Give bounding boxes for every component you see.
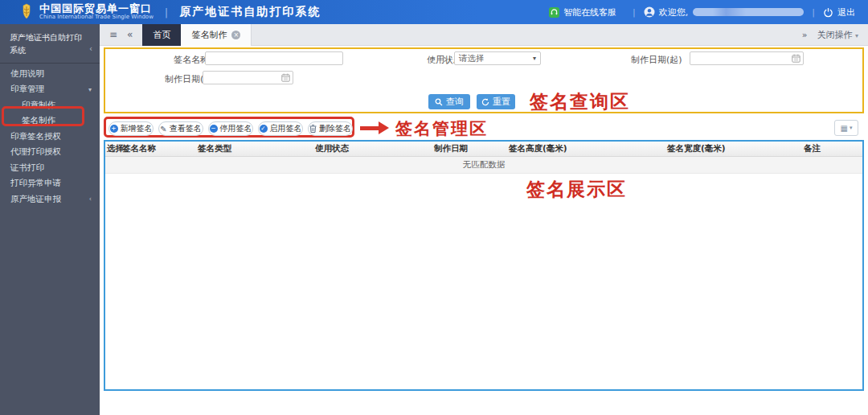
sidebar-item-usage-notes[interactable]: 使用说明: [0, 66, 100, 82]
brand-subtitle: China International Trade Single Window: [39, 14, 154, 21]
logout-button[interactable]: 退出: [837, 6, 855, 18]
date-from-label: 制作日期(起): [631, 54, 682, 66]
table-empty-row: 无匹配数据: [105, 157, 862, 174]
column-header-status: 使用状态: [313, 143, 432, 154]
sidebar-title[interactable]: 原产地证书自助打印系统 ‹: [0, 24, 100, 64]
view-signature-button[interactable]: ✎ 查看签名: [158, 121, 203, 136]
brand-text: 中国国际贸易单一窗口 China International Trade Sin…: [39, 3, 154, 21]
user-avatar-icon: [644, 6, 655, 18]
chevron-down-icon: ▾: [850, 125, 853, 131]
reset-button[interactable]: 重置: [477, 94, 515, 109]
column-header-name: 签名名称: [121, 143, 196, 154]
sidebar-item-seal-making[interactable]: 印章制作: [0, 97, 100, 113]
delete-signature-button[interactable]: 删除签名: [308, 121, 353, 136]
sidebar-nav: 原产地证书自助打印系统 ‹ 使用说明 印章管理 ▾ 印章制作 签名制作 印章签名…: [0, 24, 100, 415]
chevron-left-icon[interactable]: ‹: [89, 43, 92, 55]
usage-status-select[interactable]: 请选择 ▾: [454, 51, 541, 65]
tab-signature-making[interactable]: 签名制作 ×: [181, 24, 252, 46]
column-selector-button[interactable]: ▦ ▾: [834, 120, 858, 136]
username-redacted: [693, 8, 804, 16]
welcome-label: 欢迎您,: [659, 6, 689, 18]
annotation-display-area: 签名展示区: [526, 177, 627, 202]
column-header-width: 签名宽度(毫米): [665, 143, 802, 154]
signature-name-input[interactable]: [205, 51, 343, 65]
column-header-type: 签名类型: [196, 143, 313, 154]
column-header-select: 选择: [105, 143, 121, 154]
date-from-input[interactable]: [690, 51, 804, 65]
app-window: 中国国际贸易单一窗口 China International Trade Sin…: [0, 0, 868, 415]
trash-icon: [309, 125, 317, 133]
top-header-bar: 中国国际贸易单一窗口 China International Trade Sin…: [0, 0, 868, 24]
header-right-cluster: 智能在线客服 | 欢迎您, | 退出: [549, 6, 860, 18]
signature-display-area: 选择 签名名称 签名类型 使用状态 制作日期 签名高度(毫米) 签名宽度(毫米)…: [104, 140, 864, 391]
calendar-icon[interactable]: [792, 54, 800, 63]
pencil-icon: ✎: [160, 125, 166, 134]
tab-home[interactable]: 首页: [142, 24, 181, 46]
reset-icon: [481, 98, 489, 106]
chevron-down-icon: ▾: [855, 32, 858, 39]
header-right-divider-1: |: [633, 7, 636, 18]
no-data-text: 无匹配数据: [463, 159, 506, 171]
tab-bar-right: » 关闭操作 ▾: [802, 29, 858, 41]
sidebar-menu: 使用说明 印章管理 ▾ 印章制作 签名制作 印章签名授权 代理打印授权 证书打印: [0, 64, 100, 208]
sidebar-item-signature-making[interactable]: 签名制作: [0, 113, 100, 129]
search-button[interactable]: 查询: [428, 94, 470, 109]
chevron-left-icon: ‹: [89, 195, 92, 203]
annotation-arrow: [360, 126, 379, 130]
sidebar-item-print-exception[interactable]: 打印异常申请: [0, 176, 100, 192]
online-service-label[interactable]: 智能在线客服: [563, 6, 616, 18]
brand-logo-block: 中国国际贸易单一窗口 China International Trade Sin…: [19, 3, 154, 21]
main-content: ≡ « 首页 签名制作 × » 关闭操作 ▾ 签名名称: [100, 24, 868, 415]
column-header-date: 制作日期: [432, 143, 507, 154]
select-caret-icon: ▾: [533, 55, 536, 62]
calendar-icon[interactable]: [281, 73, 290, 82]
single-window-emblem-icon: [19, 3, 34, 21]
workspace: 签名名称 使用状态 请选择 ▾ 制作日期(起): [100, 46, 868, 415]
online-service-icon[interactable]: [549, 7, 559, 18]
close-operations-dropdown[interactable]: 关闭操作 ▾: [817, 29, 858, 41]
power-icon[interactable]: [823, 7, 833, 18]
annotation-query-area: 签名查询区: [530, 89, 630, 114]
date-to-input[interactable]: [203, 71, 293, 84]
annotation-toolbar-area: 签名管理区: [395, 117, 488, 140]
scroll-tabs-right-icon[interactable]: »: [802, 30, 808, 40]
plus-circle-icon: +: [110, 125, 118, 133]
sidebar-item-agent-print-auth[interactable]: 代理打印授权: [0, 145, 100, 161]
brand-title: 中国国际贸易单一窗口: [39, 3, 154, 14]
tab-bar: ≡ « 首页 签名制作 × » 关闭操作 ▾: [100, 24, 868, 46]
minus-circle-icon: −: [210, 125, 218, 133]
sidebar-item-seal-management[interactable]: 印章管理 ▾: [0, 82, 100, 98]
search-icon: [435, 98, 443, 106]
table-header-row: 选择 签名名称 签名类型 使用状态 制作日期 签名高度(毫米) 签名宽度(毫米)…: [105, 142, 862, 157]
signature-name-label: 签名名称: [174, 54, 209, 66]
header-right-divider-2: |: [812, 7, 815, 18]
enable-signature-button[interactable]: ✓ 启用签名: [258, 121, 303, 136]
hamburger-menu-icon[interactable]: ≡: [109, 29, 117, 40]
sidebar-item-certificate-print[interactable]: 证书打印: [0, 160, 100, 176]
annotation-arrow-head: [379, 121, 389, 134]
header-divider: |: [165, 6, 168, 18]
grid-icon: ▦: [841, 124, 848, 133]
tab-close-icon[interactable]: ×: [231, 31, 240, 39]
column-header-height: 签名高度(毫米): [507, 143, 665, 154]
scroll-tabs-left-icon[interactable]: «: [127, 29, 133, 40]
chevron-down-icon: ▾: [88, 86, 92, 93]
app-title: 原产地证书自助打印系统: [179, 5, 321, 19]
sidebar-item-origin-declaration[interactable]: 原产地证申报 ‹: [0, 191, 100, 208]
disable-signature-button[interactable]: − 停用签名: [208, 121, 253, 136]
sidebar-item-seal-signature-auth[interactable]: 印章签名授权: [0, 129, 100, 145]
signature-query-area: 签名名称 使用状态 请选择 ▾ 制作日期(起): [104, 47, 864, 113]
check-circle-icon: ✓: [260, 125, 268, 133]
add-signature-button[interactable]: + 新增签名: [108, 121, 154, 136]
column-header-remarks: 备注: [802, 143, 862, 154]
